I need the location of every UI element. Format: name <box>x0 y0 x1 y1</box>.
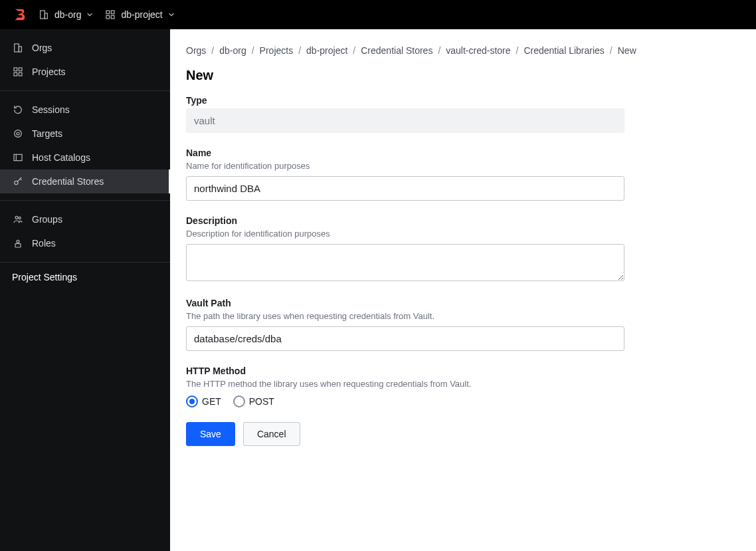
org-icon <box>39 9 49 20</box>
breadcrumb-separator: / <box>438 45 440 56</box>
project-settings-label: Project Settings <box>12 272 77 282</box>
breadcrumb-separator: / <box>252 45 254 56</box>
breadcrumb-item[interactable]: Credential Stores <box>361 45 432 56</box>
breadcrumb: Orgs/db-org/Projects/db-project/Credenti… <box>186 45 740 56</box>
svg-rect-5 <box>112 15 115 19</box>
svg-point-17 <box>15 216 18 219</box>
save-button[interactable]: Save <box>186 422 235 446</box>
sidebar-item-orgs[interactable]: Orgs <box>0 36 170 60</box>
svg-rect-7 <box>19 47 21 52</box>
name-label: Name <box>186 148 624 158</box>
sidebar-item-sessions[interactable]: Sessions <box>0 98 170 122</box>
svg-rect-11 <box>19 72 22 76</box>
sessions-icon <box>12 104 24 116</box>
description-field: Description Description for identificati… <box>186 215 624 283</box>
breadcrumb-item[interactable]: db-org <box>219 45 246 56</box>
project-selector[interactable]: db-project <box>105 9 174 20</box>
svg-point-13 <box>17 132 19 135</box>
groups-icon <box>12 213 24 225</box>
breadcrumb-item[interactable]: Projects <box>260 45 294 56</box>
description-input[interactable] <box>186 244 624 281</box>
name-field: Name Name for identification purposes <box>186 148 624 201</box>
sidebar-item-label: Projects <box>32 66 66 77</box>
breadcrumb-item[interactable]: Credential Libraries <box>523 45 604 56</box>
type-field: Type vault <box>186 95 624 133</box>
breadcrumb-item[interactable]: Orgs <box>186 45 206 56</box>
roles-icon <box>12 237 24 249</box>
svg-rect-3 <box>112 11 115 14</box>
svg-point-12 <box>15 130 22 138</box>
main-content: Orgs/db-org/Projects/db-project/Credenti… <box>170 29 756 551</box>
svg-point-19 <box>17 240 19 243</box>
sidebar-item-label: Host Catalogs <box>32 152 90 163</box>
sidebar-item-label: Sessions <box>32 104 70 115</box>
svg-point-18 <box>19 217 21 219</box>
page-title: New <box>186 68 740 83</box>
description-label: Description <box>186 215 624 226</box>
sidebar-item-label: Targets <box>32 128 62 139</box>
vault-path-input[interactable] <box>186 326 624 351</box>
cancel-button[interactable]: Cancel <box>243 422 300 446</box>
sidebar-item-host-catalogs[interactable]: Host Catalogs <box>0 146 170 169</box>
svg-rect-9 <box>19 68 22 71</box>
form-actions: Save Cancel <box>186 422 624 446</box>
type-value: vault <box>186 108 624 133</box>
name-help: Name for identification purposes <box>186 161 624 171</box>
breadcrumb-separator: / <box>298 45 301 56</box>
project-settings-link[interactable]: Project Settings <box>0 263 170 292</box>
sidebar-item-targets[interactable]: Targets <box>0 122 170 146</box>
type-label: Type <box>186 95 624 106</box>
sidebar: OrgsProjectsSessionsTargetsHost Catalogs… <box>0 29 170 551</box>
radio-icon <box>233 395 245 407</box>
breadcrumb-separator: / <box>610 45 613 56</box>
svg-rect-1 <box>45 13 47 19</box>
targets-icon <box>12 128 24 140</box>
project-icon <box>105 9 116 20</box>
project-selector-label: db-project <box>121 9 162 20</box>
breadcrumb-separator: / <box>353 45 355 56</box>
svg-rect-2 <box>106 11 110 14</box>
svg-rect-20 <box>15 244 21 247</box>
credential-library-form: Type vault Name Name for identification … <box>186 95 624 446</box>
breadcrumb-item: New <box>618 45 636 56</box>
svg-rect-8 <box>14 68 17 71</box>
http-method-field: HTTP Method The HTTP method the library … <box>186 366 624 407</box>
key-icon <box>12 175 24 187</box>
radio-label: GET <box>202 396 221 407</box>
sidebar-item-projects[interactable]: Projects <box>0 60 170 84</box>
sidebar-item-roles[interactable]: Roles <box>0 231 170 255</box>
sidebar-item-groups[interactable]: Groups <box>0 207 170 231</box>
breadcrumb-item[interactable]: db-project <box>306 45 347 56</box>
vault-path-help: The path the library uses when requestin… <box>186 311 624 321</box>
svg-rect-0 <box>41 11 45 19</box>
http-method-label: HTTP Method <box>186 366 624 376</box>
breadcrumb-separator: / <box>211 45 214 56</box>
svg-point-16 <box>15 181 18 184</box>
sidebar-item-label: Groups <box>32 214 62 225</box>
org-icon <box>12 42 24 54</box>
topbar: db-org db-project <box>0 0 756 29</box>
svg-rect-14 <box>14 154 22 160</box>
sidebar-item-label: Credential Stores <box>32 176 104 187</box>
http-method-help: The HTTP method the library uses when re… <box>186 379 624 389</box>
svg-rect-4 <box>106 15 110 19</box>
svg-rect-6 <box>15 44 19 52</box>
svg-rect-10 <box>14 72 17 76</box>
app-logo[interactable] <box>12 7 27 22</box>
chevron-down-icon <box>168 9 175 20</box>
chevron-down-icon <box>86 9 93 20</box>
org-selector-label: db-org <box>54 9 81 20</box>
sidebar-item-credential-stores[interactable]: Credential Stores <box>0 169 170 193</box>
vault-path-field: Vault Path The path the library uses whe… <box>186 298 624 351</box>
sidebar-item-label: Roles <box>32 238 56 249</box>
radio-label: POST <box>249 396 274 407</box>
name-input[interactable] <box>186 176 624 201</box>
sidebar-item-label: Orgs <box>32 43 52 53</box>
http-method-post-radio[interactable]: POST <box>233 395 274 407</box>
org-selector[interactable]: db-org <box>39 9 93 20</box>
http-method-get-radio[interactable]: GET <box>186 395 221 407</box>
project-icon <box>12 66 24 78</box>
description-help: Description for identification purposes <box>186 229 624 239</box>
radio-icon <box>186 395 198 407</box>
breadcrumb-item[interactable]: vault-cred-store <box>446 45 510 56</box>
